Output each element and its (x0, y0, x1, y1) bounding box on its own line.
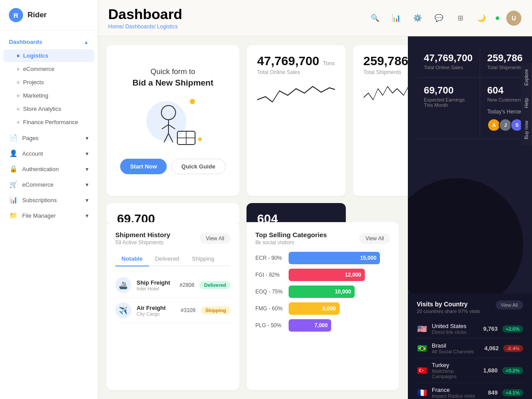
chevron-down-icon: ▾ (86, 135, 89, 141)
dark-stat-earnings: 69,700 Expected Earnings This Month (417, 78, 480, 139)
sidebar-item-label: Marketing (23, 92, 48, 99)
sidebar-item-account[interactable]: 👤 Account ▾ (0, 146, 98, 161)
categories-title: Top Selling Categories (255, 231, 327, 239)
file-icon: 📁 (9, 211, 18, 219)
account-label: Account (22, 150, 43, 157)
account-icon: 👤 (9, 149, 18, 157)
ecommerce-icon: 🛒 (9, 180, 18, 188)
countries-header: Visits by Country 20 countries share 97%… (417, 301, 523, 314)
shipment-history-card: Shipment History 59 Active Shipments Vie… (106, 222, 239, 390)
sidebar: R Rider Dashboards ▲ Logistics eCommerce… (0, 0, 98, 399)
category-bars: ECR - 90% 15,000 FGI - 82% 12,000 EOQ - … (255, 252, 390, 332)
sidebar-item-file-manager[interactable]: 📁 File Manager ▾ (0, 208, 98, 223)
total-shipments-chart (364, 80, 408, 106)
sidebar-item-subscriptions[interactable]: 📊 Subscriptions ▾ (0, 192, 98, 207)
sidebar-item-marketing[interactable]: Marketing (4, 89, 94, 102)
country-visits: 4,062 (481, 345, 499, 352)
status-dot (496, 16, 499, 20)
subscriptions-icon: 📊 (9, 196, 18, 204)
quick-guide-button[interactable]: Quick Guide (171, 159, 226, 174)
sidebar-item-label: Store Analytics (23, 106, 61, 112)
chevron-up-icon: ▲ (84, 39, 89, 45)
auth-label: Authentication (22, 166, 59, 172)
shipment-view-all-button[interactable]: View All (200, 233, 231, 244)
tab-shipping[interactable]: Shipping (186, 252, 221, 266)
sidebar-logo[interactable]: R Rider (0, 0, 98, 31)
main-area: Dashboard Home/ Dashboards/ Logistics 🔍 … (98, 0, 532, 399)
dark-earnings-label: Expected Earnings This Month (424, 97, 473, 108)
nav-dot (17, 55, 20, 57)
ship-info: Ship Freight Inter Hotel (137, 279, 174, 291)
ecommerce-label: eCommerce (22, 181, 54, 188)
dashboards-label: Dashboards (9, 39, 42, 45)
country-flag: 🇫🇷 (417, 388, 427, 398)
quick-form-buttons: Start Now Quick Guide (120, 159, 225, 174)
sidebar-item-pages[interactable]: 📄 Pages ▾ (0, 130, 98, 145)
countries-subtitle: 20 countries share 97% visits (417, 309, 480, 314)
message-icon[interactable]: 💬 (432, 11, 446, 25)
buy-now-tab[interactable]: Buy now (521, 114, 532, 145)
dashboards-group[interactable]: Dashboards ▲ (0, 35, 98, 49)
sidebar-item-label: Logistics (23, 52, 48, 59)
category-bar-item: FGI - 82% 12,000 (255, 269, 390, 281)
country-visits: 9,763 (480, 325, 498, 332)
list-item: 🇫🇷 France Impact Radius visits 849 +4.1% (417, 383, 523, 399)
category-bar-item: EOQ - 75% 10,000 (255, 286, 390, 298)
sidebar-item-ecommerce[interactable]: eCommerce (4, 63, 94, 75)
ship-id: #2808 (180, 282, 194, 288)
air-freight-icon: ✈️ (115, 302, 131, 318)
file-manager-label: File Manager (22, 212, 56, 219)
country-info: France Impact Radius visits (432, 387, 476, 399)
list-item: 🇺🇸 United States Direct link clicks 9,76… (417, 319, 523, 339)
chart-icon[interactable]: 📊 (389, 11, 403, 25)
country-channel: Impact Radius visits (432, 393, 476, 399)
earnings-card: 69,700 Expected Earnings This Month (106, 203, 239, 222)
sidebar-item-store-analytics[interactable]: Store Analytics (4, 102, 94, 115)
sidebar-item-label: eCommerce (23, 66, 55, 72)
breadcrumb-current: Logistics (157, 23, 178, 30)
categories-view-all-button[interactable]: View All (359, 233, 390, 244)
bar-fill: 7,000 (289, 319, 331, 332)
customers-card: 604 New Customers This Month Today's Her… (246, 203, 346, 222)
sidebar-item-logistics[interactable]: Logistics (4, 49, 94, 62)
country-change: +2.6% (502, 325, 524, 332)
illustration-figure (144, 100, 202, 155)
subscriptions-label: Subscriptions (22, 197, 57, 203)
explore-tab[interactable]: Explore (521, 63, 532, 92)
sidebar-item-ecommerce2[interactable]: 🛒 eCommerce ▾ (0, 177, 98, 192)
list-item: 🇧🇷 Brasil All Social Channels 4,062 -0.4… (417, 339, 523, 358)
sidebar-item-authentication[interactable]: 🔒 Authentication ▾ (0, 161, 98, 176)
bar-label: EOQ - 75% (255, 289, 284, 295)
category-bar-item: PLG - 50% 7,000 (255, 319, 390, 332)
settings-icon[interactable]: ⚙️ (411, 11, 425, 25)
tab-notable[interactable]: Notable (115, 252, 149, 266)
bar-fill: 12,000 (289, 269, 365, 281)
help-tab[interactable]: Help (521, 92, 532, 114)
theme-icon[interactable]: 🌙 (474, 11, 489, 25)
sidebar-item-finance[interactable]: Finance Performance (4, 116, 94, 129)
bar-track: 10,000 (289, 286, 390, 298)
avatar[interactable]: U (506, 11, 521, 26)
country-info: Turkey Mailchimp Campaigns (432, 362, 476, 379)
earnings-value: 69,700 (117, 212, 229, 222)
nav-dot (17, 121, 20, 124)
grid-icon[interactable]: ⊞ (453, 11, 467, 25)
total-shipments-label: Total Shipments (364, 69, 408, 75)
country-change: +4.1% (502, 389, 524, 396)
dark-earnings-value: 69,700 (424, 85, 473, 96)
tab-delivered[interactable]: Delivered (149, 252, 186, 266)
countries-view-all-button[interactable]: View All (496, 301, 523, 309)
search-icon[interactable]: 🔍 (368, 11, 382, 25)
sidebar-item-projects[interactable]: Projects (4, 76, 94, 89)
ship-info: Air Freight City Cargo (137, 305, 176, 317)
total-sales-unit: Tons (323, 60, 335, 66)
list-item: 🇹🇷 Turkey Mailchimp Campaigns 1,680 +0.2… (417, 358, 523, 383)
chevron-down-icon: ▾ (86, 150, 89, 157)
ship-freight-icon: 🚢 (115, 277, 131, 293)
ship-sub: Inter Hotel (137, 286, 174, 291)
countries-list: 🇺🇸 United States Direct link clicks 9,76… (417, 319, 523, 399)
start-now-button[interactable]: Start Now (120, 159, 167, 174)
breadcrumb: Home/ Dashboards/ Logistics (108, 23, 182, 30)
categories-header: Top Selling Categories 8k social visitor… (255, 231, 390, 246)
bar-label: ECR - 90% (255, 255, 284, 261)
